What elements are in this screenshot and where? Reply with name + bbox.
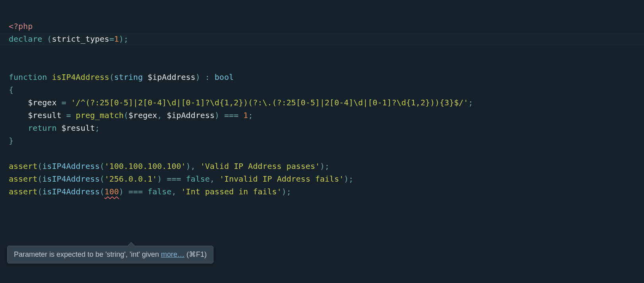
code-token: ; xyxy=(325,161,330,171)
code-token: ' xyxy=(181,161,186,171)
code-token xyxy=(181,174,186,184)
code-token: $regex xyxy=(28,98,56,107)
code-token: ' xyxy=(464,98,468,107)
code-token: (?:25[0-5]|2[0-4] xyxy=(272,98,353,107)
code-token: ; xyxy=(95,123,100,133)
code-token: $regex xyxy=(128,110,157,120)
code-token xyxy=(61,110,66,120)
code-token: \d xyxy=(353,98,363,107)
code-token: === xyxy=(167,174,181,184)
tooltip-more-link[interactable]: more… xyxy=(161,250,184,258)
code-token: ; xyxy=(248,110,253,120)
code-token: 1 xyxy=(243,110,248,120)
code-token: ' xyxy=(181,187,186,196)
code-token: === xyxy=(128,187,143,196)
code-token: = xyxy=(61,98,66,107)
code-token: ; xyxy=(286,187,291,196)
code-token: false xyxy=(186,174,210,184)
inspection-tooltip[interactable]: Parameter is expected to be 'string', 'i… xyxy=(7,246,213,264)
code-token: , xyxy=(210,174,215,184)
code-token: 100.100.100.100 xyxy=(109,161,181,171)
code-token xyxy=(9,123,28,133)
code-token: ) xyxy=(344,174,349,184)
code-token: ' xyxy=(105,174,109,184)
code-token xyxy=(196,161,200,171)
tooltip-shortcut: (⌘F1) xyxy=(184,250,207,258)
code-token: return xyxy=(28,123,56,133)
code-token: 256.0.0.1 xyxy=(109,174,152,184)
code-token: Invalid IP Address fails xyxy=(224,174,339,184)
code-token: {1,2})(?: xyxy=(219,98,262,107)
code-token: ' xyxy=(105,161,109,171)
code-token: \d xyxy=(210,98,219,107)
code-token: ( xyxy=(109,72,114,82)
code-token xyxy=(56,123,61,133)
code-token: ) xyxy=(320,161,325,171)
code-token: function xyxy=(9,72,47,82)
highlighted-line: declare (strict_types=1); xyxy=(0,33,644,45)
code-token: , xyxy=(171,187,176,196)
code-token xyxy=(124,187,128,196)
code-token: ( xyxy=(37,187,42,196)
code-token: ) xyxy=(157,174,162,184)
code-token: ) xyxy=(281,187,286,196)
code-token: } xyxy=(9,136,14,145)
code-token: isIP4Address xyxy=(42,174,100,184)
code-token xyxy=(162,110,167,120)
code-token: preg_match xyxy=(76,110,124,120)
code-token: assert xyxy=(9,161,37,171)
tooltip-message: Parameter is expected to be 'string', 'i… xyxy=(14,250,161,258)
code-token: ( xyxy=(37,174,42,184)
code-token: /^(?:25[0-5]|2[0-4] xyxy=(76,98,167,107)
code-token: {1,2})){3}$/ xyxy=(406,98,464,107)
code-token: Valid IP Address passes xyxy=(205,161,315,171)
code-token: ) xyxy=(119,34,124,44)
code-token: isIP4Address xyxy=(42,161,100,171)
code-token: === xyxy=(224,110,239,120)
code-token xyxy=(143,187,147,196)
code-token: ( xyxy=(100,187,105,196)
code-token: $ipAddress xyxy=(147,72,195,82)
code-token: string xyxy=(114,72,143,82)
code-token: ' xyxy=(200,161,205,171)
code-token: , xyxy=(157,110,162,120)
code-token: $result xyxy=(61,123,95,133)
code-token: ' xyxy=(71,98,76,107)
code-token xyxy=(47,72,52,82)
code-token: ; xyxy=(468,98,473,107)
code-token: ) xyxy=(215,110,219,120)
code-token: assert xyxy=(9,174,37,184)
code-token xyxy=(9,98,28,107)
code-token: isIP4Address xyxy=(52,72,109,82)
error-token[interactable]: 100 xyxy=(105,187,119,196)
tooltip-arrow-icon xyxy=(127,242,135,250)
code-token xyxy=(9,110,28,120)
code-token xyxy=(143,72,147,82)
code-token xyxy=(177,187,181,196)
code-token: ) xyxy=(196,72,200,82)
code-token: <?php xyxy=(9,21,33,31)
code-token xyxy=(71,110,76,120)
code-token: ' xyxy=(339,174,344,184)
code-token: \. xyxy=(262,98,272,107)
code-token: strict_types xyxy=(52,34,109,44)
code-token xyxy=(66,98,71,107)
code-token: declare xyxy=(9,34,42,44)
code-token: = xyxy=(109,34,114,44)
code-token: $ipAddress xyxy=(167,110,214,120)
code-token: bool xyxy=(215,72,234,82)
code-token: Int passed in fails xyxy=(186,187,277,196)
code-token: isIP4Address xyxy=(42,187,100,196)
code-token xyxy=(219,110,224,120)
code-token xyxy=(215,174,219,184)
code-token: ' xyxy=(219,174,224,184)
code-token: ( xyxy=(100,174,105,184)
code-token: \d xyxy=(396,98,406,107)
code-editor[interactable]: <?php declare (strict_types=1); function… xyxy=(0,0,644,198)
code-token: ; xyxy=(349,174,353,184)
code-token: ) xyxy=(186,161,191,171)
code-token: \d xyxy=(167,98,176,107)
code-token: ( xyxy=(124,110,128,120)
code-token: 1 xyxy=(114,34,119,44)
code-token xyxy=(162,174,167,184)
